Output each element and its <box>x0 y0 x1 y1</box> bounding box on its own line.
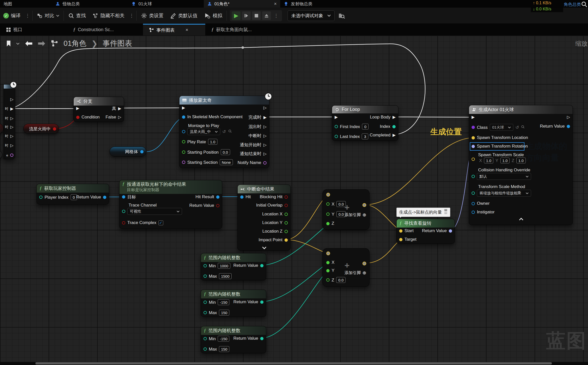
min-pin[interactable]: Min1000 <box>204 263 230 269</box>
compile-options-dots[interactable]: ⋮ <box>24 13 31 18</box>
z-value[interactable]: 0.0 <box>336 277 346 283</box>
bookmark-icon[interactable] <box>6 40 11 47</box>
exec-in-pin[interactable]: ▶ <box>472 115 475 119</box>
z-pin[interactable]: Z <box>326 221 334 226</box>
hide-options-dots[interactable]: ⋮ <box>128 13 135 18</box>
exec-out-pin[interactable]: ▷ <box>567 115 570 119</box>
tab-fireball[interactable]: 01火球 <box>128 0 204 8</box>
node-left-partial-montage[interactable]: ▷ 时▶ 时▷ 时▷ 时▷ 时▷ e <box>4 84 15 159</box>
loop-body-pin[interactable]: Loop Body▶ <box>370 115 396 120</box>
exec-in-pin[interactable]: ▶ <box>182 106 185 110</box>
on-blend-out-pin[interactable]: 混出时▷ <box>249 124 267 130</box>
montage-to-play-pin[interactable]: 流星火雨_中 ↺ <box>182 128 232 135</box>
max-value[interactable]: 1500 <box>219 273 231 279</box>
trace-channel-pin[interactable]: 可视性 <box>122 208 182 215</box>
node-find-look-at-rotation[interactable]: ƒ寻找查看旋转 Start Return Value Target <box>396 219 455 244</box>
on-interrupted-pin[interactable]: 中断时▷ <box>249 133 267 139</box>
on-notify-end-pin[interactable]: 通知结束时▷ <box>240 151 267 157</box>
node-get-player-controller[interactable]: ƒ 获取玩家控制器 Player Index0 Return Value <box>36 184 109 205</box>
hit-result-pin[interactable]: Hit Result <box>195 194 219 199</box>
close-icon[interactable]: × <box>274 1 277 7</box>
return-value-pin[interactable]: Return Value <box>233 263 263 268</box>
trace-channel-dropdown[interactable]: 可视性 <box>127 208 182 215</box>
return-value-pin[interactable]: Return Value <box>233 299 263 305</box>
y-value[interactable]: 1.0 <box>500 158 510 164</box>
exec-out-pin[interactable]: ▷ <box>263 106 267 110</box>
tab-construction-script[interactable]: ƒ Construction Sc... <box>67 24 143 35</box>
exec-in-pin[interactable]: ▶ <box>76 106 79 110</box>
node-branch[interactable]: 分支 ▶ 真▶ Condition False▷ <box>73 97 124 122</box>
min-value[interactable]: 1000 <box>218 263 230 269</box>
eject-button[interactable] <box>262 11 271 20</box>
horizontal-scrollbar-thumb[interactable] <box>35 362 552 364</box>
player-index-pin[interactable]: Player Index0 <box>39 194 77 200</box>
blocking-hit-pin[interactable]: Blocking Hit <box>260 194 288 199</box>
min-pin[interactable]: Min-150 <box>204 299 229 305</box>
tab-event-graph-active[interactable]: 事件图表 × <box>143 24 205 35</box>
hide-unrelated-button[interactable]: 隐藏不相关 <box>89 12 128 19</box>
impact-point-pin[interactable]: Impact Point <box>259 237 288 242</box>
on-completed-pin[interactable]: 完成时▶ <box>249 114 267 120</box>
node-random-int-2[interactable]: ƒ范围内随机整数 Min-150 Return Value Max150 <box>201 290 266 317</box>
add-pin-button[interactable]: 添加引脚⊕ <box>344 270 366 276</box>
play-button[interactable]: ▶ <box>232 11 240 20</box>
min-value[interactable]: -150 <box>218 336 229 342</box>
exec-pin[interactable]: 时▷ <box>5 125 13 129</box>
scale-method-dropdown[interactable]: 将缩放与根组件缩放相乘 <box>477 190 531 197</box>
add-pin-button[interactable]: 添加引脚⊕ <box>344 212 366 218</box>
simulate-button[interactable]: 模拟 <box>201 12 226 19</box>
vector-out-pin[interactable] <box>362 262 366 266</box>
return-value-pin[interactable]: Return Value <box>76 195 106 200</box>
stop-button[interactable] <box>252 11 261 20</box>
min-pin[interactable]: Min-150 <box>204 336 229 342</box>
tab-projectile-class[interactable]: 发射物总类 <box>280 0 356 8</box>
node-var-meteor-rain[interactable]: 流星火雨中 <box>23 124 59 134</box>
horizontal-scrollbar-track[interactable] <box>0 362 588 365</box>
play-rate-value[interactable]: 1.0 <box>208 139 217 145</box>
tab-map[interactable]: 地图 <box>0 0 52 8</box>
node-random-int-1[interactable]: ƒ范围内随机整数 Min1000 Return Value Max1500 <box>201 253 266 280</box>
chevron-down-icon[interactable] <box>16 43 19 45</box>
condition-pin[interactable]: Condition <box>76 115 100 120</box>
on-notify-begin-pin[interactable]: 通知开始时▷ <box>240 142 267 148</box>
spawn-scale-pin[interactable] <box>472 158 475 161</box>
max-pin[interactable]: Max1500 <box>204 273 232 279</box>
play-rate-pin[interactable]: Play Rate1.0 <box>182 139 217 145</box>
scale-method-pin[interactable]: 将缩放与根组件缩放相乘 <box>472 190 531 197</box>
last-index-value[interactable]: 3 <box>362 134 368 139</box>
find-button[interactable]: 查找 <box>65 12 89 19</box>
browse-icon[interactable] <box>228 129 232 134</box>
max-value[interactable]: 150 <box>219 310 229 316</box>
node-random-int-3[interactable]: ƒ范围内随机整数 Min-150 Return Value Max150 <box>201 326 266 353</box>
on-completed-pin[interactable]: 时▶ <box>5 107 13 111</box>
node-get-hit-result-under-cursor[interactable]: ƒ 按通道获取光标下的命中结果 目标是玩家控制器 目标 Hit Result T… <box>119 180 222 229</box>
exec-in-pin[interactable]: ▶ <box>335 115 338 119</box>
starting-position-value[interactable]: 0.0 <box>221 149 230 155</box>
return-value-pin[interactable]: Return Value <box>233 336 263 341</box>
compile-button[interactable]: ✓ 编译 <box>0 12 24 19</box>
starting-section-pin[interactable]: Starting SectionNone <box>182 159 233 165</box>
collision-dropdown[interactable]: 默认 <box>477 173 531 180</box>
y-pin[interactable]: Y <box>326 268 334 273</box>
instigator-pin[interactable]: Instigator <box>472 210 495 215</box>
frame-step-button[interactable] <box>242 11 251 20</box>
location-y-pin[interactable]: Location Y <box>262 220 288 225</box>
class-pin[interactable]: Class 01火球 ↺ <box>472 124 525 131</box>
use-selected-icon[interactable]: ↺ <box>515 125 519 130</box>
trace-complex-checkbox[interactable]: ✓ <box>158 220 163 225</box>
true-exec-pin[interactable]: 真▶ <box>112 106 121 111</box>
completed-pin[interactable]: Completed▶ <box>370 133 396 138</box>
node-add-vector-1[interactable]: X0.0 Y0.0 Z + 添加引脚⊕ <box>322 189 370 230</box>
starting-position-pin[interactable]: Starting Position0.0 <box>182 149 230 155</box>
y-pin[interactable]: Y0.0 <box>326 211 346 217</box>
breadcrumb-root[interactable]: 01角色 <box>64 38 86 49</box>
index-pin[interactable]: Index <box>380 124 396 129</box>
notify-name-pin[interactable]: Notify Name <box>237 160 267 165</box>
node-break-hit-result[interactable]: 中断命中结果 Hit Blocking Hit Initial Overlap … <box>237 185 291 251</box>
use-selected-icon[interactable]: ↺ <box>222 129 226 134</box>
object-out-pin[interactable] <box>140 150 144 153</box>
starting-section-value[interactable]: None <box>220 159 233 165</box>
initial-overlap-pin[interactable]: Initial Overlap <box>256 203 288 208</box>
location-x-pin[interactable]: Location X <box>262 212 288 217</box>
target-pin[interactable]: Target <box>399 237 416 242</box>
